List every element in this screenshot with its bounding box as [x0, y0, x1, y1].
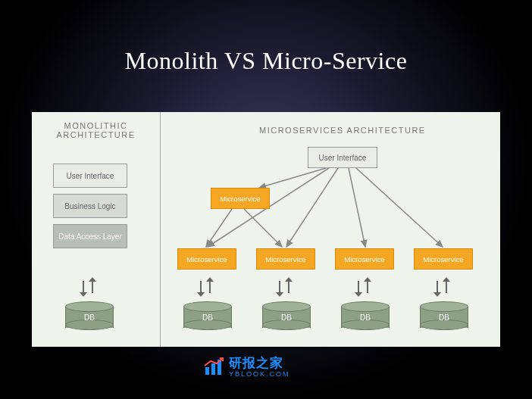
db-label: DB: [65, 313, 114, 322]
slide-title: Monolith VS Micro-Service: [0, 0, 532, 75]
svg-line-3: [349, 168, 365, 247]
svg-line-6: [244, 209, 282, 247]
microservice-gateway: Microservice: [211, 188, 270, 209]
microservice-2: Microservice: [256, 248, 315, 270]
microservice-3: Microservice: [335, 248, 394, 270]
db-label: DB: [420, 313, 468, 322]
svg-line-0: [259, 168, 326, 188]
monolith-stack: User Interface Business Logic Data Acces…: [53, 164, 127, 254]
svg-rect-8: [211, 363, 215, 375]
watermark-url: YBLOOK.COM: [229, 370, 290, 378]
watermark-name: 研报之家: [229, 354, 290, 372]
monolith-data-access-layer: Data Access Layer: [53, 224, 127, 248]
db-label: DB: [341, 313, 390, 322]
watermark: 研报之家 YBLOOK.COM: [203, 354, 290, 378]
db-label: DB: [183, 313, 232, 322]
ms-db-arrows-1: [192, 277, 221, 297]
svg-line-4: [356, 168, 443, 247]
microservices-panel: MICROSERVICES ARCHITECTURE User Interfac…: [161, 112, 500, 347]
ms-db-arrows-4: [429, 277, 458, 297]
watermark-chart-icon: [203, 357, 224, 376]
ms-db-3: DB: [341, 301, 390, 330]
svg-rect-7: [205, 367, 209, 375]
watermark-text: 研报之家 YBLOOK.COM: [229, 354, 290, 378]
db-label: DB: [262, 313, 311, 322]
svg-line-2: [286, 168, 338, 247]
microservices-heading: MICROSERVICES ARCHITECTURE: [161, 112, 500, 135]
monolith-db-arrows: [75, 277, 104, 298]
ms-db-1: DB: [183, 301, 232, 330]
microservice-1: Microservice: [177, 248, 236, 270]
ms-db-4: DB: [420, 301, 468, 330]
ms-user-interface: User Interface: [308, 147, 377, 168]
monolith-ui-layer: User Interface: [53, 164, 127, 188]
monolith-db: DB: [65, 301, 114, 330]
architecture-diagram: MONOLITHIC ARCHITECTURE User Interface B…: [32, 112, 500, 347]
monolith-business-layer: Business Logic: [53, 194, 127, 218]
microservice-4: Microservice: [414, 248, 473, 270]
ms-db-arrows-3: [350, 277, 379, 297]
ms-db-arrows-2: [271, 277, 300, 297]
monolith-panel: MONOLITHIC ARCHITECTURE User Interface B…: [32, 112, 161, 347]
monolith-heading: MONOLITHIC ARCHITECTURE: [32, 112, 160, 139]
svg-line-5: [206, 209, 232, 247]
ms-db-2: DB: [262, 301, 311, 330]
